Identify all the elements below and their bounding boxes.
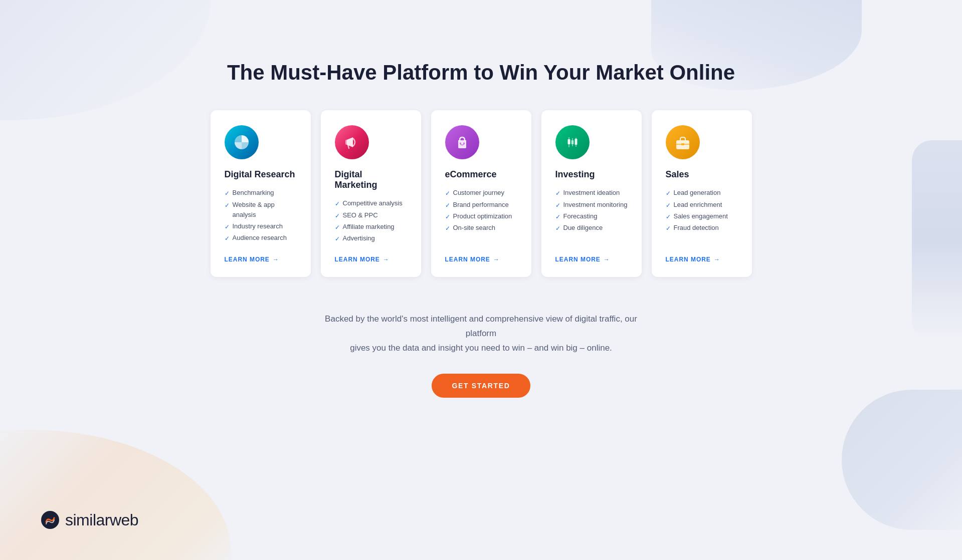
svg-rect-9: [574, 139, 577, 145]
arrow-icon: →: [604, 256, 610, 263]
arrow-icon: →: [493, 256, 500, 263]
feature-item: ✓On-site search: [445, 223, 517, 233]
svg-rect-12: [681, 143, 684, 145]
feature-item: ✓Product optimization: [445, 211, 517, 222]
check-icon: ✓: [225, 201, 230, 210]
card-investing-title: Investing: [555, 169, 628, 180]
page-wrapper: The Must-Have Platform to Win Your Marke…: [0, 0, 962, 478]
check-icon: ✓: [445, 212, 450, 222]
megaphone-icon: [343, 133, 361, 151]
card-digital-marketing-title: Digital Marketing: [335, 169, 407, 190]
card-sales-learn-more[interactable]: LEARN MORE →: [666, 256, 738, 263]
card-digital-research-title: Digital Research: [225, 169, 297, 180]
similarweb-logo-icon: [40, 510, 60, 530]
card-digital-research: Digital Research ✓Benchmarking ✓Website …: [211, 110, 311, 277]
check-icon: ✓: [445, 224, 450, 233]
check-icon: ✓: [335, 199, 340, 209]
check-icon: ✓: [666, 201, 671, 210]
card-digital-marketing-learn-more[interactable]: LEARN MORE →: [335, 256, 407, 263]
feature-item: ✓Fraud detection: [666, 223, 738, 233]
check-icon: ✓: [666, 224, 671, 233]
card-digital-research-features: ✓Benchmarking ✓Website & app analysis ✓I…: [225, 188, 297, 245]
feature-item: ✓Advertising: [335, 233, 407, 244]
arrow-icon: →: [273, 256, 279, 263]
card-investing-learn-more[interactable]: LEARN MORE →: [555, 256, 628, 263]
check-icon: ✓: [445, 189, 450, 198]
check-icon: ✓: [555, 189, 560, 198]
svg-point-2: [460, 143, 461, 144]
check-icon: ✓: [666, 189, 671, 198]
card-ecommerce: eCommerce ✓Customer journey ✓Brand perfo…: [431, 110, 531, 277]
feature-item: ✓Lead generation: [666, 188, 738, 198]
feature-item: ✓Brand performance: [445, 200, 517, 210]
svg-point-3: [463, 143, 465, 144]
briefcase-icon: [674, 133, 692, 151]
check-icon: ✓: [555, 201, 560, 210]
arrow-icon: →: [383, 256, 390, 263]
cards-container: Digital Research ✓Benchmarking ✓Website …: [211, 110, 752, 277]
feature-item: ✓Industry research: [225, 221, 297, 232]
feature-item: ✓Due diligence: [555, 223, 628, 233]
card-sales: Sales ✓Lead generation ✓Lead enrichment …: [652, 110, 752, 277]
digital-marketing-icon-wrapper: [335, 125, 369, 159]
logo-text: similarweb: [65, 511, 138, 529]
check-icon: ✓: [335, 211, 340, 221]
card-investing: Investing ✓Investment ideation ✓Investme…: [541, 110, 642, 277]
card-sales-title: Sales: [666, 169, 738, 180]
card-digital-research-learn-more[interactable]: LEARN MORE →: [225, 256, 297, 263]
feature-item: ✓Website & app analysis: [225, 200, 297, 221]
shopping-bag-icon: [453, 133, 471, 151]
feature-item: ✓Lead enrichment: [666, 200, 738, 210]
check-icon: ✓: [666, 212, 671, 222]
page-title: The Must-Have Platform to Win Your Marke…: [227, 60, 735, 85]
subtitle-text: Backed by the world's most intelligent a…: [311, 312, 652, 356]
check-icon: ✓: [225, 222, 230, 232]
arrow-icon: →: [714, 256, 720, 263]
feature-item: ✓Benchmarking: [225, 188, 297, 198]
check-icon: ✓: [335, 223, 340, 232]
card-sales-features: ✓Lead generation ✓Lead enrichment ✓Sales…: [666, 188, 738, 245]
feature-item: ✓Affiliate marketing: [335, 222, 407, 232]
get-started-button[interactable]: GET STARTED: [432, 374, 530, 398]
feature-item: ✓Investment ideation: [555, 188, 628, 198]
sales-icon-wrapper: [666, 125, 700, 159]
investing-icon-wrapper: [555, 125, 590, 159]
feature-item: ✓Audience research: [225, 233, 297, 243]
digital-research-icon-wrapper: [225, 125, 259, 159]
feature-item: ✓Sales engagement: [666, 211, 738, 222]
feature-item: ✓SEO & PPC: [335, 210, 407, 221]
svg-rect-5: [567, 139, 570, 144]
feature-item: ✓Investment monitoring: [555, 200, 628, 210]
card-ecommerce-learn-more[interactable]: LEARN MORE →: [445, 256, 517, 263]
footer-logo: similarweb: [40, 510, 138, 530]
card-ecommerce-features: ✓Customer journey ✓Brand performance ✓Pr…: [445, 188, 517, 245]
svg-rect-7: [571, 140, 573, 144]
feature-item: ✓Competitive analysis: [335, 198, 407, 209]
check-icon: ✓: [335, 234, 340, 244]
card-ecommerce-title: eCommerce: [445, 169, 517, 180]
check-icon: ✓: [225, 234, 230, 243]
svg-rect-1: [345, 140, 347, 145]
card-digital-marketing-features: ✓Competitive analysis ✓SEO & PPC ✓Affili…: [335, 198, 407, 245]
check-icon: ✓: [555, 224, 560, 233]
card-digital-marketing: Digital Marketing ✓Competitive analysis …: [321, 110, 421, 277]
candlestick-icon: [563, 133, 582, 151]
check-icon: ✓: [225, 189, 230, 198]
feature-item: ✓Customer journey: [445, 188, 517, 198]
check-icon: ✓: [445, 201, 450, 210]
ecommerce-icon-wrapper: [445, 125, 479, 159]
check-icon: ✓: [555, 212, 560, 222]
card-investing-features: ✓Investment ideation ✓Investment monitor…: [555, 188, 628, 245]
feature-item: ✓Forecasting: [555, 211, 628, 222]
chart-pie-icon: [233, 133, 251, 151]
